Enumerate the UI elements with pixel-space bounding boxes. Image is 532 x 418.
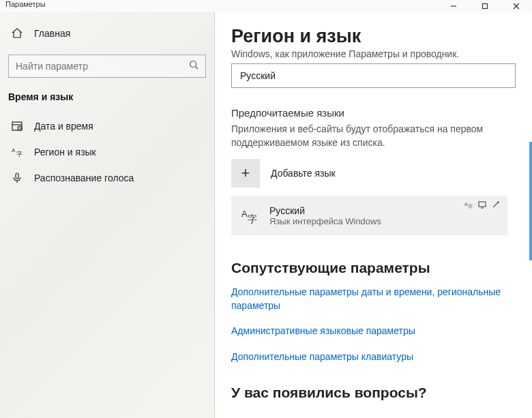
display-language-desc: Windows, как приложение Параметры и пров…: [231, 48, 516, 59]
svg-rect-1: [483, 4, 488, 9]
nav-date-time[interactable]: Дата и время: [8, 113, 206, 139]
plus-icon: +: [231, 159, 260, 188]
nav-home-label: Главная: [34, 28, 70, 39]
preferred-languages-desc: Приложения и веб-сайты будут отображатьс…: [231, 123, 516, 149]
svg-text:字: 字: [248, 213, 257, 224]
preferred-languages-heading: Предпочитаемые языки: [231, 107, 516, 119]
nav-speech-label: Распознавание голоса: [34, 173, 134, 183]
add-language-button[interactable]: + Добавьте язык: [231, 159, 507, 188]
svg-text:字: 字: [16, 151, 23, 158]
svg-rect-19: [479, 202, 486, 207]
language-icon: A字: [11, 146, 23, 158]
calendar-clock-icon: [11, 120, 23, 132]
svg-rect-13: [16, 173, 18, 179]
svg-line-5: [196, 67, 198, 70]
nav-date-time-label: Дата и время: [34, 121, 93, 132]
nav-home[interactable]: Главная: [8, 20, 206, 46]
nav-region-language[interactable]: A字 Регион и язык: [8, 139, 206, 165]
related-settings-heading: Сопутствующие параметры: [231, 260, 516, 276]
link-additional-keyboard[interactable]: Дополнительные параметры клавиатуры: [231, 350, 516, 364]
nav-region-language-label: Регион и язык: [34, 147, 96, 158]
sidebar-section-title: Время и язык: [8, 91, 206, 102]
nav-speech[interactable]: Распознавание голоса: [8, 165, 206, 191]
display-language-dropdown[interactable]: Русский: [231, 63, 516, 88]
language-feature-badges: A字: [464, 200, 501, 209]
link-additional-date-region[interactable]: Дополнительные параметры даты и времени,…: [231, 286, 516, 312]
sidebar: Главная Время и язык Дата и время A字 Рег…: [0, 12, 215, 418]
tts-icon: A字: [464, 200, 473, 209]
language-glyph-icon: A字: [239, 206, 260, 225]
svg-text:字: 字: [468, 204, 473, 209]
main-content: Регион и язык Windows, как приложение Па…: [215, 12, 532, 418]
link-administrative-language[interactable]: Административные языковые параметры: [231, 325, 516, 338]
scrollbar-indicator[interactable]: [529, 142, 532, 260]
home-icon: [11, 27, 23, 40]
window-controls: [438, 0, 532, 12]
search-box[interactable]: [8, 55, 206, 78]
page-title: Регион и язык: [231, 26, 516, 47]
svg-point-4: [190, 61, 196, 68]
svg-text:A: A: [241, 209, 248, 219]
handwriting-icon: [491, 200, 501, 209]
display-icon: [477, 200, 487, 209]
close-button[interactable]: [501, 0, 532, 12]
display-language-value: Русский: [240, 70, 276, 81]
minimize-button[interactable]: [438, 0, 469, 12]
maximize-button[interactable]: [469, 0, 501, 12]
language-tile[interactable]: A字 Русский Язык интерфейса Windows A字: [231, 196, 507, 235]
language-subtitle: Язык интерфейса Windows: [269, 216, 499, 226]
search-icon: [189, 60, 198, 72]
svg-line-10: [20, 128, 20, 129]
microphone-icon: [11, 172, 23, 184]
svg-text:A: A: [12, 147, 16, 153]
search-input[interactable]: [16, 61, 189, 72]
add-language-label: Добавьте язык: [271, 168, 336, 179]
questions-heading: У вас появились вопросы?: [231, 385, 516, 401]
